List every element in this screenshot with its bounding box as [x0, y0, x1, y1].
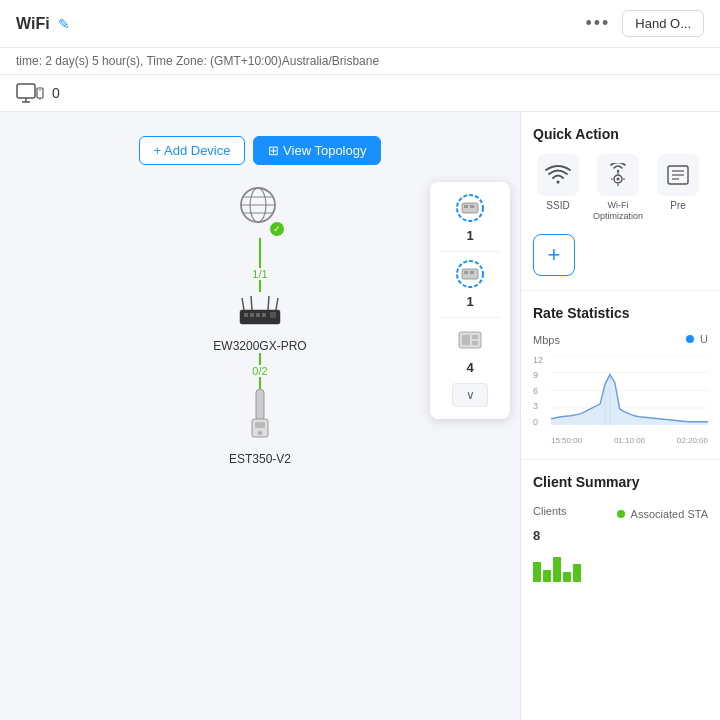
rate-statistics-title: Rate Statistics	[533, 305, 708, 321]
svg-rect-23	[255, 422, 265, 428]
client-summary-title: Client Summary	[533, 474, 708, 490]
clients-label: Clients	[533, 505, 567, 517]
quick-action-ssid[interactable]: SSID	[533, 154, 583, 212]
client-count: 8	[533, 528, 540, 543]
legend-dot-u	[686, 335, 694, 343]
svg-rect-16	[270, 312, 276, 318]
subtitle-text: time: 2 day(s) 5 hour(s), Time Zone: (GM…	[16, 54, 379, 68]
legend-label-u: U	[700, 333, 708, 345]
y-label-0: 0	[533, 417, 549, 427]
conn-label-1: 1/1	[252, 268, 267, 280]
quick-action-wifi-opt-label: Wi-FiOptimization	[593, 200, 643, 222]
device-popup: 1 1	[430, 182, 510, 419]
svg-rect-13	[250, 313, 254, 317]
y-label-6: 6	[533, 386, 549, 396]
assoc-dot-icon	[617, 510, 625, 518]
quick-action-section: Quick Action SSID	[521, 112, 720, 291]
svg-rect-21	[256, 389, 264, 421]
router-name: EW3200GX-PRO	[213, 339, 306, 353]
x-label-1: 15:50:00	[551, 436, 582, 445]
popup-divider-1	[440, 251, 500, 252]
quick-action-wifi-opt[interactable]: Wi-FiOptimization	[593, 154, 643, 222]
add-action-button[interactable]: +	[533, 234, 575, 276]
client-bar-2	[543, 570, 551, 582]
svg-point-24	[258, 431, 262, 435]
chart-x-labels: 15:50:00 01:10:00 02:20:00	[551, 436, 708, 445]
client-bar-4	[563, 572, 571, 582]
y-label-9: 9	[533, 370, 549, 380]
svg-line-20	[276, 298, 278, 310]
rate-chart: 12 9 6 3 0	[533, 355, 708, 445]
popup-down-button[interactable]: ∨	[452, 383, 488, 407]
popup-device-1[interactable]: 1	[453, 194, 487, 243]
add-device-button[interactable]: + Add Device	[139, 136, 246, 165]
svg-rect-12	[244, 313, 248, 317]
quick-action-title: Quick Action	[533, 126, 708, 142]
chevron-down-icon: ∨	[466, 388, 475, 402]
client-bar-3	[553, 557, 561, 582]
svg-rect-27	[464, 205, 468, 208]
popup-divider-2	[440, 317, 500, 318]
router-container[interactable]: EW3200GX-PRO	[213, 292, 306, 353]
conn-line-2a	[259, 353, 261, 365]
client-chart	[533, 552, 708, 582]
popup-device-2-count: 1	[466, 294, 473, 309]
edit-icon[interactable]: ✎	[58, 16, 70, 32]
x-label-3: 02:20:00	[677, 436, 708, 445]
client-bar-1	[533, 562, 541, 582]
svg-rect-31	[464, 271, 468, 274]
header: WiFi ✎ ••• Hand O...	[0, 0, 720, 48]
quick-action-ssid-label: SSID	[546, 200, 569, 212]
svg-point-38	[617, 170, 619, 172]
associated-label: Associated STA	[631, 508, 708, 520]
popup-device-3-count: 4	[466, 360, 473, 375]
popup-device-2[interactable]: 1	[453, 260, 487, 309]
svg-rect-14	[256, 313, 260, 317]
svg-point-40	[617, 178, 620, 181]
popup-device-1-count: 1	[466, 228, 473, 243]
ap-container[interactable]: EST350-V2	[229, 389, 291, 466]
popup-device-3[interactable]: 4	[453, 326, 487, 375]
conn-line-2b	[259, 377, 261, 389]
router-icon	[236, 292, 284, 337]
y-label-12: 12	[533, 355, 549, 365]
wifi-icon	[537, 154, 579, 196]
svg-rect-28	[470, 205, 474, 208]
subtitle-bar: time: 2 day(s) 5 hour(s), Time Zone: (GM…	[0, 48, 720, 75]
quick-action-pre[interactable]: Pre	[653, 154, 703, 212]
popup-device-2-icon	[453, 260, 487, 292]
list-icon	[657, 154, 699, 196]
svg-rect-32	[470, 271, 474, 274]
right-panel: Quick Action SSID	[520, 112, 720, 720]
plus-icon: +	[548, 242, 561, 268]
header-left: WiFi ✎	[16, 15, 70, 33]
svg-line-19	[268, 296, 269, 310]
main-content: + Add Device ⊞ View Topology ✓	[0, 112, 720, 720]
quick-action-icons: SSID	[533, 154, 708, 222]
conn-line-1b	[259, 280, 261, 292]
associated-legend: Associated STA	[617, 508, 708, 520]
y-label-3: 3	[533, 401, 549, 411]
globe-check-icon: ✓	[270, 222, 284, 236]
mbps-label: Mbps	[533, 334, 560, 346]
svg-rect-30	[462, 269, 478, 279]
more-options-button[interactable]: •••	[585, 13, 610, 34]
conn-label-2: 0/2	[252, 365, 267, 377]
device-icon	[16, 83, 44, 103]
chart-y-labels: 12 9 6 3 0	[533, 355, 549, 427]
x-label-2: 01:10:00	[614, 436, 645, 445]
ap-name: EST350-V2	[229, 452, 291, 466]
popup-device-1-icon	[453, 194, 487, 226]
view-topology-button[interactable]: ⊞ View Topology	[253, 136, 381, 165]
svg-rect-35	[472, 335, 478, 339]
hand-off-button[interactable]: Hand O...	[622, 10, 704, 37]
chart-svg	[551, 355, 708, 426]
svg-rect-15	[262, 313, 266, 317]
client-summary-section: Client Summary Clients Associated STA 8	[521, 460, 720, 596]
svg-marker-54	[551, 374, 708, 425]
action-buttons: + Add Device ⊞ View Topology	[16, 136, 504, 165]
popup-device-3-icon	[453, 326, 487, 358]
svg-point-5	[39, 89, 41, 91]
client-bar-5	[573, 564, 581, 582]
svg-point-37	[557, 181, 560, 184]
